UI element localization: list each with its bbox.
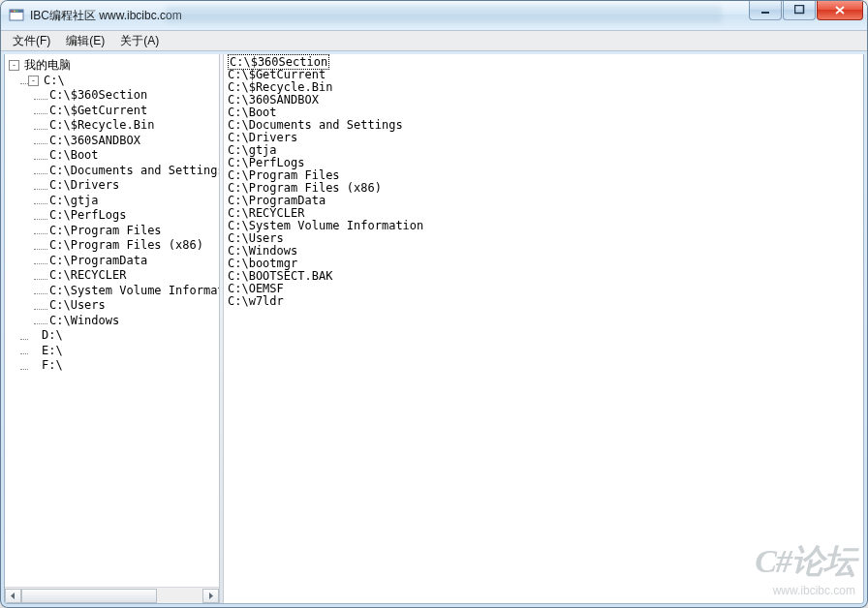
chevron-left-icon <box>10 593 16 599</box>
titlebar-blur-region <box>166 6 722 23</box>
client-area: -我的电脑-C:\C:\$360SectionC:\$GetCurrentC:\… <box>4 54 864 604</box>
tree-folder[interactable]: C:\360SANDBOX <box>47 134 140 149</box>
tree-drive[interactable]: E:\ <box>40 344 63 359</box>
listing-pane: C:\$360SectionC:\$GetCurrentC:\$Recycle.… <box>224 54 863 603</box>
window-title: IBC编程社区 www.ibcibc.com <box>30 8 182 24</box>
tree-folder[interactable]: C:\$360Section <box>47 88 147 104</box>
tree-folder[interactable]: C:\Boot <box>47 148 99 164</box>
list-item[interactable]: C:\Users <box>226 232 861 245</box>
list-item[interactable]: C:\Documents and Settings <box>226 119 861 132</box>
list-item[interactable]: C:\ProgramData <box>226 195 861 207</box>
tree-folder[interactable]: C:\Windows <box>47 314 119 329</box>
scroll-right-button[interactable] <box>202 589 219 603</box>
maximize-button[interactable] <box>783 0 816 20</box>
tree-folder[interactable]: C:\Users <box>47 298 106 314</box>
list-item[interactable]: C:\System Volume Information <box>226 220 861 232</box>
list-item[interactable]: C:\w7ldr <box>226 295 861 308</box>
tree-folder[interactable]: C:\RECYCLER <box>47 268 126 284</box>
close-button[interactable] <box>817 0 863 20</box>
tree-folder[interactable]: C:\PerfLogs <box>47 208 126 224</box>
menubar: 文件(F) 编辑(E) 关于(A) <box>1 30 867 51</box>
svg-point-4 <box>16 11 18 13</box>
list-item[interactable]: C:\OEMSF <box>226 283 861 295</box>
tree-drive[interactable]: C:\ <box>42 74 65 89</box>
list-item[interactable]: C:\360SANDBOX <box>226 94 861 106</box>
scroll-track[interactable] <box>21 589 202 603</box>
svg-point-3 <box>14 11 16 13</box>
tree-folder[interactable]: C:\$Recycle.Bin <box>47 118 154 134</box>
menu-edit[interactable]: 编辑(E) <box>58 31 112 51</box>
tree-folder[interactable]: C:\System Volume Informat <box>47 284 219 299</box>
tree-folder[interactable]: C:\$GetCurrent <box>47 104 147 119</box>
tree-folder[interactable]: C:\Program Files (x86) <box>47 238 203 254</box>
file-listbox[interactable]: C:\$360SectionC:\$GetCurrentC:\$Recycle.… <box>226 56 861 308</box>
tree-folder[interactable]: C:\ProgramData <box>47 254 147 269</box>
window-controls <box>749 0 867 20</box>
tree-pane: -我的电脑-C:\C:\$360SectionC:\$GetCurrentC:\… <box>5 54 220 603</box>
tree-drive[interactable]: D:\ <box>40 328 63 344</box>
tree-folder[interactable]: C:\gtja <box>47 194 99 209</box>
list-item[interactable]: C:\gtja <box>226 144 861 157</box>
chevron-right-icon <box>207 593 214 599</box>
app-window: IBC编程社区 www.ibcibc.com 文件(F) 编辑(E) 关于(A)… <box>0 0 868 608</box>
tree-root[interactable]: 我的电脑 <box>22 58 71 74</box>
list-item[interactable]: C:\Windows <box>226 245 861 258</box>
scroll-left-button[interactable] <box>5 589 21 603</box>
svg-point-2 <box>12 11 14 13</box>
tree-collapse-icon[interactable]: - <box>9 60 19 71</box>
tree-folder[interactable]: C:\Documents and Settings <box>47 164 219 179</box>
menu-about[interactable]: 关于(A) <box>112 31 167 51</box>
minimize-button[interactable] <box>749 0 782 20</box>
tree-drive[interactable]: F:\ <box>40 358 63 374</box>
app-icon <box>9 8 24 23</box>
tree-folder[interactable]: C:\Drivers <box>47 178 119 194</box>
svg-rect-5 <box>761 12 769 14</box>
directory-tree[interactable]: -我的电脑-C:\C:\$360SectionC:\$GetCurrentC:\… <box>5 54 219 587</box>
svg-rect-6 <box>794 5 803 13</box>
menu-file[interactable]: 文件(F) <box>5 31 58 51</box>
tree-folder[interactable]: C:\Program Files <box>47 224 162 239</box>
list-item[interactable]: C:\$Recycle.Bin <box>226 81 861 94</box>
titlebar[interactable]: IBC编程社区 www.ibcibc.com <box>1 1 867 30</box>
scroll-thumb[interactable] <box>21 589 157 603</box>
list-item[interactable]: C:\Drivers <box>226 132 861 144</box>
horizontal-scrollbar[interactable] <box>5 587 219 603</box>
tree-collapse-icon[interactable]: - <box>28 76 39 86</box>
list-item[interactable]: C:\BOOTSECT.BAK <box>226 270 861 283</box>
